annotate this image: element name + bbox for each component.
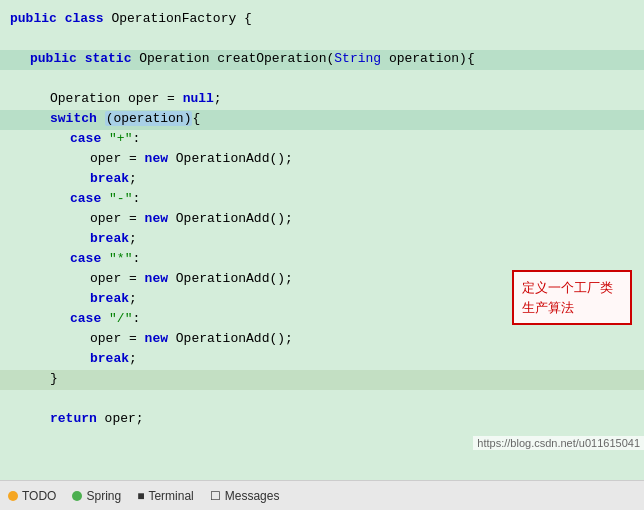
keyword-class: class [65, 11, 104, 26]
code-line-18: break ; [0, 350, 644, 370]
code-line-10: case "-" : [0, 190, 644, 210]
bottom-bar: TODO Spring ■ Terminal ☐ Messages [0, 480, 644, 510]
spring-item[interactable]: Spring [72, 489, 121, 503]
code-editor: public class OperationFactory { public s… [0, 0, 644, 480]
code-line-8: oper = new OperationAdd(); [0, 150, 644, 170]
code-line-5: Operation oper = null ; [0, 90, 644, 110]
spring-icon [72, 491, 82, 501]
spring-label: Spring [86, 489, 121, 503]
code-line-12: break ; [0, 230, 644, 250]
url-text: https://blog.csdn.net/u011615041 [477, 437, 640, 449]
code-line-11: oper = new OperationAdd(); [0, 210, 644, 230]
messages-label: Messages [225, 489, 280, 503]
terminal-label: Terminal [148, 489, 193, 503]
terminal-item[interactable]: ■ Terminal [137, 489, 194, 503]
code-line-21: return oper; [0, 410, 644, 430]
code-line-19: } [0, 370, 644, 390]
code-line-9: break ; [0, 170, 644, 190]
code-line-4 [0, 70, 644, 90]
code-line-7: case "+" : [0, 130, 644, 150]
code-line-20 [0, 390, 644, 410]
code-line-1: public class OperationFactory { [0, 10, 644, 30]
code-line-17: oper = new OperationAdd(); [0, 330, 644, 350]
todo-icon [8, 491, 18, 501]
code-line-6-switch: switch (operation) { [0, 110, 644, 130]
todo-item[interactable]: TODO [8, 489, 56, 503]
code-line-13: case "*" : [0, 250, 644, 270]
todo-label: TODO [22, 489, 56, 503]
messages-icon: ☐ [210, 489, 221, 503]
messages-item[interactable]: ☐ Messages [210, 489, 280, 503]
annotation-text: 定义一个工厂类生产算法 [522, 280, 613, 315]
code-line-3: public static Operation creatOperation( … [0, 50, 644, 70]
keyword-public: public [10, 11, 57, 26]
code-line-2 [0, 30, 644, 50]
terminal-icon: ■ [137, 489, 144, 503]
annotation-box: 定义一个工厂类生产算法 [512, 270, 632, 325]
url-hint: https://blog.csdn.net/u011615041 [473, 436, 644, 450]
